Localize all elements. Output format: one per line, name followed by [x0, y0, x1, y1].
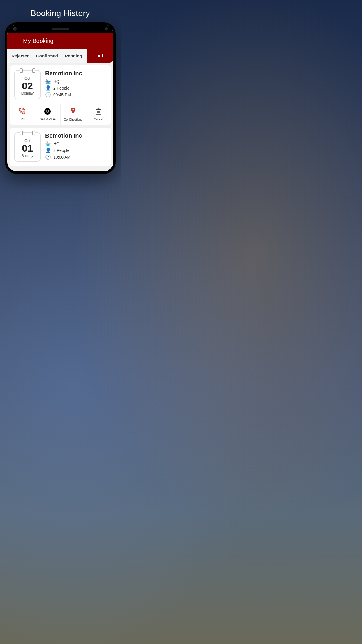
- detail-location: 🏪 HQ: [45, 141, 106, 146]
- page-title-area: Booking History: [0, 0, 121, 22]
- booking-actions: Call U GET A RIDE: [10, 104, 111, 125]
- booking-list: Oct 02 Monday Bemotion Inc 🏪 HQ 👤 2 Peop…: [7, 63, 113, 172]
- clip-left: [20, 68, 23, 73]
- tabs-bar: Rejected Confirmed Pending All: [7, 49, 113, 63]
- location-text: HQ: [53, 79, 59, 84]
- booking-details: Bemotion Inc 🏪 HQ 👤 2 People 🕐 10:00 AM: [45, 132, 106, 161]
- people-text: 2 People: [53, 86, 69, 90]
- booking-card: Oct 01 Sunday Bemotion Inc 🏪 HQ 👤 2 Peop…: [10, 128, 111, 166]
- detail-time: 🕐 09:45 PM: [45, 92, 106, 97]
- booking-name: Bemotion Inc: [45, 70, 106, 77]
- clock-icon: 🕐: [45, 92, 51, 97]
- store-icon: 🏪: [45, 141, 51, 146]
- time-text: 09:45 PM: [53, 92, 71, 97]
- cancel-label: Cancel: [94, 118, 103, 121]
- detail-time: 🕐 10:00 AM: [45, 154, 106, 160]
- directions-icon: [70, 108, 76, 117]
- people-icon: 👤: [45, 148, 51, 153]
- call-button[interactable]: Call: [10, 104, 35, 125]
- cal-weekday: Sunday: [22, 154, 34, 158]
- cal-day: 02: [22, 80, 33, 91]
- phone-frame: ← My Booking Rejected Confirmed Pending …: [5, 22, 116, 174]
- get-ride-button[interactable]: U GET A RIDE: [35, 104, 60, 125]
- phone-top-bar: [7, 25, 113, 33]
- app-header: ← My Booking: [7, 33, 113, 49]
- directions-label: Get Directions: [64, 118, 82, 121]
- svg-text:U: U: [46, 110, 49, 114]
- cal-weekday: Monday: [21, 91, 34, 95]
- calendar-widget: Oct 02 Monday: [14, 70, 41, 99]
- directions-button[interactable]: Get Directions: [61, 104, 86, 125]
- detail-location: 🏪 HQ: [45, 78, 106, 84]
- booking-card: Oct 02 Monday Bemotion Inc 🏪 HQ 👤 2 Peop…: [10, 65, 111, 125]
- cal-day: 01: [22, 143, 33, 154]
- booking-name: Bemotion Inc: [45, 132, 106, 139]
- store-icon: 🏪: [45, 78, 51, 84]
- header-title: My Booking: [23, 38, 54, 44]
- clock-icon: 🕐: [45, 154, 51, 160]
- cancel-icon: [96, 108, 101, 117]
- phone-screen: ← My Booking Rejected Confirmed Pending …: [7, 25, 113, 172]
- tab-rejected[interactable]: Rejected: [7, 49, 34, 63]
- clip-left: [20, 131, 23, 135]
- people-icon: 👤: [45, 85, 51, 91]
- time-text: 10:00 AM: [53, 155, 71, 160]
- clip-right: [32, 131, 35, 135]
- detail-people: 👤 2 People: [45, 148, 106, 153]
- people-text: 2 People: [53, 148, 69, 153]
- booking-info: Oct 02 Monday Bemotion Inc 🏪 HQ 👤 2 Peop…: [10, 65, 111, 104]
- clip-right: [32, 68, 35, 73]
- cancel-button[interactable]: Cancel: [86, 104, 111, 125]
- detail-people: 👤 2 People: [45, 85, 106, 91]
- speaker: [52, 28, 69, 30]
- tab-pending[interactable]: Pending: [60, 49, 87, 63]
- call-icon: [19, 108, 25, 116]
- cal-month: Oct: [24, 76, 30, 80]
- call-label: Call: [20, 118, 25, 121]
- booking-info: Oct 01 Sunday Bemotion Inc 🏪 HQ 👤 2 Peop…: [10, 128, 111, 166]
- booking-details: Bemotion Inc 🏪 HQ 👤 2 People 🕐 09:45 PM: [45, 70, 106, 99]
- tab-confirmed[interactable]: Confirmed: [34, 49, 60, 63]
- back-button[interactable]: ←: [12, 37, 18, 45]
- calendar-widget: Oct 01 Sunday: [14, 132, 41, 162]
- camera-left: [13, 27, 17, 31]
- calendar-clips: [15, 131, 40, 135]
- cal-month: Oct: [24, 139, 30, 143]
- camera-right: [105, 27, 108, 30]
- ride-icon: U: [44, 108, 51, 117]
- ride-label: GET A RIDE: [40, 118, 56, 121]
- page-title: Booking History: [6, 9, 115, 18]
- location-text: HQ: [53, 141, 59, 146]
- calendar-clips: [15, 68, 40, 73]
- tab-all[interactable]: All: [87, 49, 113, 63]
